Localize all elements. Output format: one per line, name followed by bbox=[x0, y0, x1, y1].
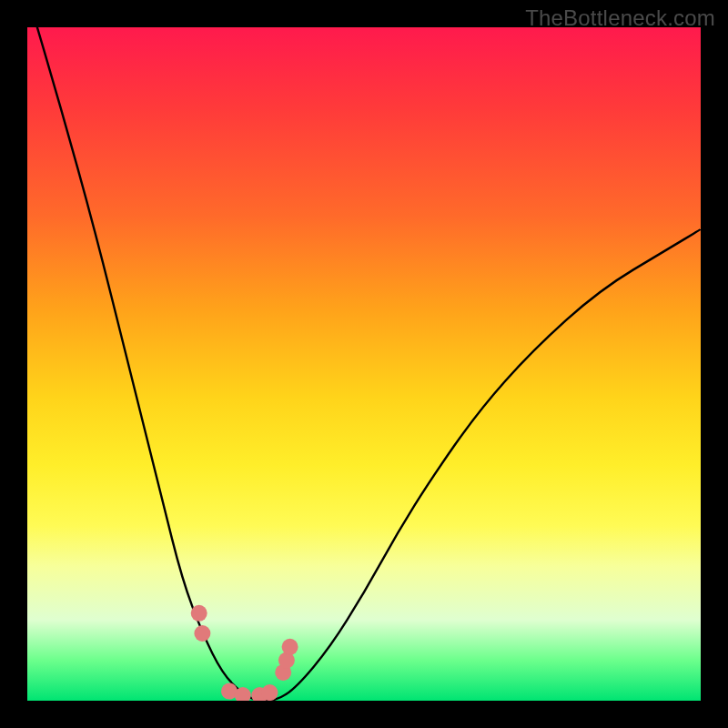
highlight-dots bbox=[191, 605, 298, 701]
marker-dot bbox=[191, 605, 207, 622]
marker-dot bbox=[261, 684, 278, 701]
bottleneck-curve bbox=[27, 27, 701, 701]
watermark-text: TheBottleneck.com bbox=[525, 5, 715, 31]
plot-area bbox=[27, 27, 701, 701]
marker-dot bbox=[282, 639, 298, 655]
marker-dot bbox=[194, 625, 210, 642]
curve-layer bbox=[27, 27, 701, 701]
chart-frame: TheBottleneck.com bbox=[0, 0, 728, 728]
